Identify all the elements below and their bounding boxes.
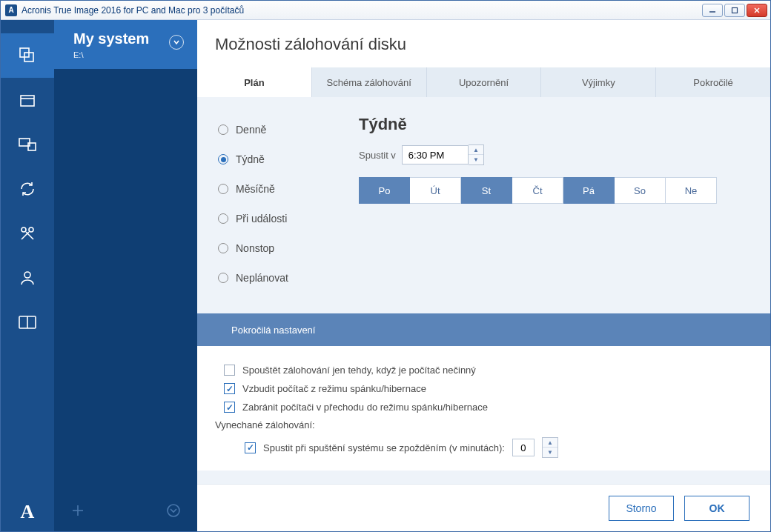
day-thu[interactable]: Čt	[512, 177, 563, 204]
schedule-none-label: Neplánovat	[236, 272, 288, 284]
options-tabs: Plán Schéma zálohování Upozornění Výjimk…	[197, 67, 770, 97]
schedule-monthly-label: Měsíčně	[236, 183, 275, 195]
nav-refresh-icon[interactable]	[1, 167, 54, 211]
time-spin-down[interactable]: ▼	[469, 155, 483, 164]
schedule-nonstop[interactable]: Nonstop	[218, 233, 329, 263]
brand-logo: A	[1, 493, 54, 531]
weekly-heading: Týdně	[359, 115, 750, 134]
window-maximize-button[interactable]	[724, 4, 745, 17]
opt-run-when-idle-label: Spouštět zálohování jen tehdy, když je p…	[242, 365, 476, 376]
window-title: Acronis True Image 2016 for PC and Mac p…	[21, 5, 702, 16]
schedule-weekly[interactable]: Týdně	[218, 144, 329, 174]
svg-point-14	[24, 272, 30, 278]
nav-tools-icon[interactable]	[1, 211, 54, 256]
advanced-settings-toggle[interactable]: Pokročilá nastavení	[197, 313, 770, 346]
tab-plan[interactable]: Plán	[197, 67, 312, 97]
nav-archive-icon[interactable]	[1, 78, 54, 122]
nav-sync-devices-icon[interactable]	[1, 122, 54, 167]
start-at-label: Spustit v	[359, 150, 396, 161]
opt-wake-computer[interactable]: Vzbudit počítač z režimu spánku/hibernac…	[215, 379, 752, 398]
schedule-nonstop-label: Nonstop	[236, 242, 274, 254]
day-wed[interactable]: St	[461, 177, 512, 204]
schedule-daily-label: Denně	[236, 124, 266, 136]
schedule-none[interactable]: Neplánovat	[218, 263, 329, 293]
time-spin-up[interactable]: ▲	[469, 145, 483, 155]
schedule-type-list: Denně Týdně Měsíčně Při události Nonstop…	[218, 115, 329, 293]
tab-advanced[interactable]: Pokročilé	[656, 67, 770, 97]
ok-button[interactable]: OK	[684, 496, 750, 521]
tab-notifications[interactable]: Upozornění	[427, 67, 542, 97]
schedule-on-event-label: Při události	[236, 213, 287, 225]
nav-iconbar: A	[1, 20, 54, 531]
checkbox-icon	[224, 383, 235, 394]
tab-exclusions[interactable]: Výjimky	[541, 67, 656, 97]
opt-wake-computer-label: Vzbudit počítač z režimu spánku/hibernac…	[242, 383, 426, 394]
day-mon[interactable]: Po	[359, 177, 410, 204]
page-title: Možnosti zálohování disku	[197, 20, 770, 67]
app-icon: A	[5, 4, 17, 16]
svg-point-19	[168, 505, 179, 516]
opt-run-when-idle[interactable]: Spouštět zálohování jen tehdy, když je p…	[215, 361, 752, 379]
day-sat[interactable]: So	[615, 177, 666, 204]
svg-rect-1	[732, 7, 738, 13]
checkbox-icon	[224, 402, 235, 413]
nav-account-icon[interactable]	[1, 256, 54, 300]
cancel-button[interactable]: Storno	[609, 496, 674, 521]
backup-list-area	[54, 69, 197, 493]
svg-point-13	[21, 227, 26, 232]
missed-backup-label: Vynechané zálohování:	[215, 416, 752, 433]
day-tue[interactable]: Út	[410, 177, 461, 204]
startup-delay-input[interactable]	[512, 439, 535, 456]
schedule-daily[interactable]: Denně	[218, 115, 329, 144]
backup-name: My system	[73, 30, 185, 47]
weekday-selector: Po Út St Čt Pá So Ne	[359, 177, 750, 204]
expand-all-button[interactable]	[166, 503, 181, 521]
window-minimize-button[interactable]	[702, 4, 723, 17]
delay-spin-up[interactable]: ▲	[543, 438, 557, 448]
window-close-button[interactable]	[747, 4, 767, 17]
opt-prevent-sleep[interactable]: Zabránit počítači v přechodu do režimu s…	[215, 398, 752, 416]
delay-spin-down[interactable]: ▼	[543, 448, 557, 457]
schedule-monthly[interactable]: Měsíčně	[218, 174, 329, 204]
window-titlebar: A Acronis True Image 2016 for PC and Mac…	[1, 1, 770, 20]
schedule-on-event[interactable]: Při události	[218, 204, 329, 233]
schedule-weekly-label: Týdně	[236, 153, 265, 165]
nav-help-icon[interactable]	[1, 300, 54, 345]
backup-source-path: E:\	[73, 50, 185, 59]
opt-prevent-sleep-label: Zabránit počítači v přechodu do režimu s…	[242, 402, 488, 413]
checkbox-icon	[224, 365, 235, 376]
day-sun[interactable]: Ne	[666, 177, 717, 204]
nav-backup-icon[interactable]	[1, 33, 54, 78]
opt-startup-delay-label: Spustit při spuštění systému se zpoždění…	[263, 442, 505, 453]
add-backup-button[interactable]	[70, 503, 85, 521]
checkbox-icon[interactable]	[245, 442, 256, 453]
backup-selector[interactable]: My system E:\	[54, 20, 197, 69]
day-fri[interactable]: Pá	[563, 177, 615, 204]
chevron-down-icon	[169, 35, 184, 50]
tab-scheme[interactable]: Schéma zálohování	[312, 67, 427, 97]
start-time-input[interactable]	[402, 145, 469, 164]
advanced-settings-body: Spouštět zálohování jen tehdy, když je p…	[197, 346, 770, 471]
svg-line-12	[26, 232, 33, 239]
svg-point-11	[29, 227, 33, 232]
svg-rect-6	[21, 96, 34, 106]
